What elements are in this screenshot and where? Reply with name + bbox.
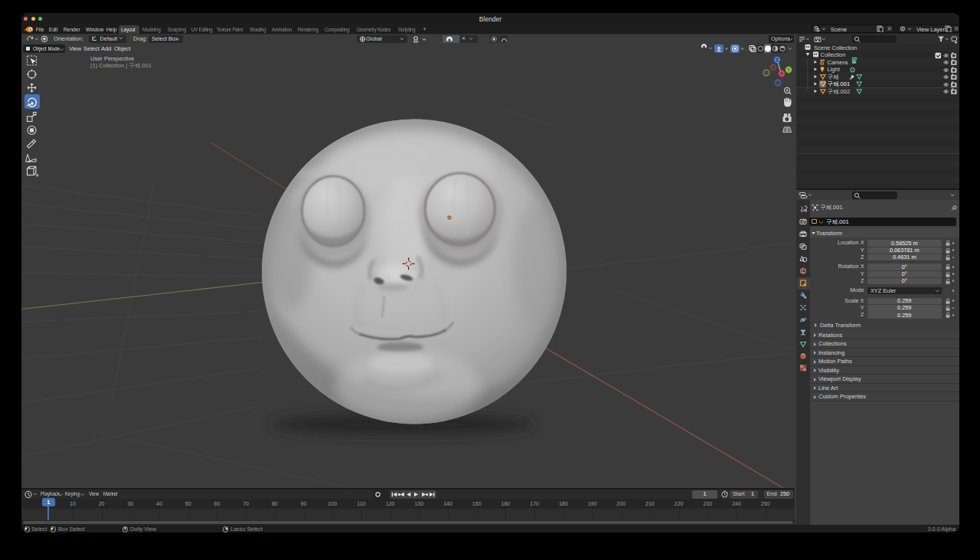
svg-text:Z: Z (776, 57, 779, 62)
svg-text:Y: Y (787, 67, 790, 72)
svg-text:X: X (780, 71, 783, 76)
